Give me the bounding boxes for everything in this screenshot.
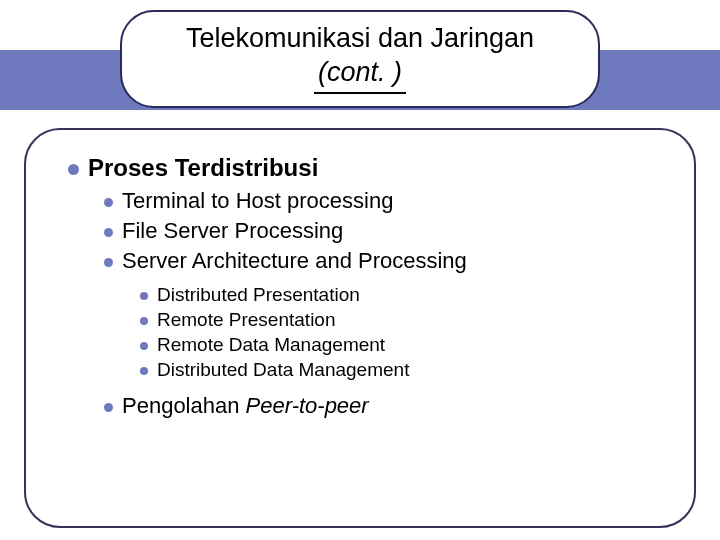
- bullet-icon: [104, 228, 113, 237]
- list-item: Proses Terdistribusi: [68, 154, 664, 182]
- list-item: Pengolahan Peer-to-peer: [104, 393, 664, 419]
- content-frame: Proses Terdistribusi Terminal to Host pr…: [24, 128, 696, 528]
- bullet-icon: [104, 258, 113, 267]
- bullet-icon: [140, 342, 148, 350]
- item-text: Remote Presentation: [157, 309, 336, 331]
- slide-title: Telekomunikasi dan Jaringan (cont. ): [152, 22, 568, 94]
- title-line1: Telekomunikasi dan Jaringan: [186, 23, 534, 53]
- list-item: Terminal to Host processing: [104, 188, 664, 214]
- title-line2: (cont. ): [314, 56, 406, 94]
- item-text: Terminal to Host processing: [122, 188, 393, 214]
- bullet-icon: [140, 367, 148, 375]
- list-item: Remote Data Management: [140, 334, 664, 356]
- bullet-icon: [68, 164, 79, 175]
- item-text: File Server Processing: [122, 218, 343, 244]
- list-item: Distributed Data Management: [140, 359, 664, 381]
- last-prefix: Pengolahan: [122, 393, 246, 418]
- heading-text: Proses Terdistribusi: [88, 154, 318, 182]
- list-item: File Server Processing: [104, 218, 664, 244]
- list-item: Remote Presentation: [140, 309, 664, 331]
- item-text: Pengolahan Peer-to-peer: [122, 393, 369, 419]
- item-text: Server Architecture and Processing: [122, 248, 467, 274]
- bullet-icon: [140, 317, 148, 325]
- list-item: Distributed Presentation: [140, 284, 664, 306]
- item-text: Remote Data Management: [157, 334, 385, 356]
- slide-title-box: Telekomunikasi dan Jaringan (cont. ): [120, 10, 600, 108]
- bullet-icon: [140, 292, 148, 300]
- item-text: Distributed Presentation: [157, 284, 360, 306]
- item-text: Distributed Data Management: [157, 359, 409, 381]
- last-italic: Peer-to-peer: [246, 393, 369, 418]
- bullet-icon: [104, 198, 113, 207]
- list-item: Server Architecture and Processing: [104, 248, 664, 274]
- bullet-icon: [104, 403, 113, 412]
